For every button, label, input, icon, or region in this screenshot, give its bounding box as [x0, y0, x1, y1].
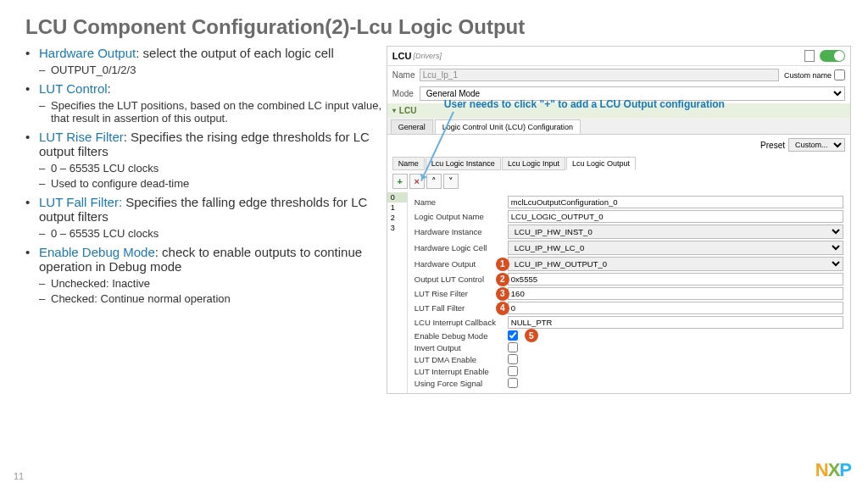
fld-invert-checkbox[interactable]	[508, 342, 518, 352]
fld-intcb-input[interactable]	[508, 316, 843, 329]
sub-bullet: Specifies the LUT positions, based on th…	[39, 99, 387, 125]
fld-logicout-label: Logic Output Name	[415, 212, 508, 221]
fld-lutctrl-label: Output LUT Control	[415, 274, 508, 284]
fld-inten-label: LUT Interrupt Enable	[415, 367, 508, 376]
panel-title: LCU	[392, 51, 412, 61]
fld-lutrise-label: LUT Rise Filter	[415, 289, 508, 298]
fld-lutfall-label: LUT Fall Filter	[415, 303, 508, 313]
badge-5: 5	[525, 329, 538, 342]
bullet-item: LUT Control:Specifies the LUT positions,…	[25, 81, 387, 125]
enable-toggle[interactable]	[820, 50, 845, 62]
bullet-item: LUT Rise Filter: Specifies the rising ed…	[25, 130, 387, 190]
name-label: Name	[392, 70, 420, 80]
move-up-button[interactable]: ˄	[426, 174, 442, 189]
preset-label: Preset	[760, 141, 785, 150]
fld-force-label: Using Force Signal	[415, 379, 508, 388]
panel-subtitle: [Drivers]	[413, 52, 442, 60]
fld-intcb-label: LCU Interrupt Callback	[415, 318, 508, 327]
sub-bullet: 0 – 65535 LCU clocks	[39, 227, 387, 240]
fld-hwout-select[interactable]: LCU_IP_HW_OUTPUT_0	[508, 257, 843, 271]
tab-lcu-config[interactable]: Logic Control Unit (LCU) Configuration	[435, 119, 581, 134]
fld-hwout-label: Hardware Output	[415, 259, 508, 269]
index-0[interactable]: 0	[387, 192, 407, 202]
fld-logicout-input[interactable]	[508, 210, 843, 223]
inner-tab-output[interactable]: Lcu Logic Output	[566, 157, 636, 170]
fld-dma-checkbox[interactable]	[508, 354, 518, 364]
fld-lutfall-input[interactable]	[508, 302, 843, 314]
fld-hwinst-label: Hardware Instance	[415, 227, 508, 236]
add-button[interactable]: +	[392, 174, 408, 189]
index-1[interactable]: 1	[387, 202, 407, 213]
bullet-item: Enable Debug Mode: check to enable outpu…	[25, 245, 387, 305]
index-list: 0 1 2 3	[387, 192, 408, 393]
index-2[interactable]: 2	[387, 213, 407, 223]
custom-name-checkbox[interactable]	[834, 69, 845, 80]
sub-bullet: Unchecked: Inactive	[39, 277, 387, 290]
fld-name-input[interactable]	[508, 196, 843, 208]
sub-bullet: 0 – 65535 LCU clocks	[39, 162, 387, 175]
fld-inten-checkbox[interactable]	[508, 366, 518, 376]
sub-bullet: Used to configure dead-time	[39, 177, 387, 190]
fld-hwinst-select[interactable]: LCU_IP_HW_INST_0	[508, 225, 843, 239]
bullet-item: Hardware Output: select the output of ea…	[25, 46, 387, 76]
custom-name-label: Custom name	[784, 71, 832, 80]
document-icon[interactable]	[804, 50, 815, 62]
badge-1: 1	[496, 258, 509, 271]
nxp-logo: NXP	[815, 459, 851, 481]
fld-hwcell-label: Hardware Logic Cell	[415, 243, 508, 252]
inner-tab-instance[interactable]: Lcu Logic Instance	[426, 157, 501, 170]
fld-debug-checkbox[interactable]	[508, 330, 518, 341]
fld-dma-label: LUT DMA Enable	[415, 355, 508, 364]
mode-label: Mode	[392, 89, 420, 98]
badge-3: 3	[496, 287, 509, 301]
fld-lutctrl-input[interactable]	[508, 273, 843, 286]
name-input[interactable]	[420, 69, 779, 81]
preset-select[interactable]: Custom...	[788, 138, 845, 152]
callout-hint: User needs to click "+" to add a LCU Out…	[444, 98, 725, 110]
fld-debug-label: Enable Debug Mode	[415, 331, 508, 341]
fld-lutrise-input[interactable]	[508, 287, 843, 300]
sub-bullet: OUTPUT_0/1/2/3	[39, 64, 387, 76]
badge-4: 4	[496, 302, 509, 315]
inner-tab-name[interactable]: Name	[392, 157, 425, 170]
index-3[interactable]: 3	[387, 223, 407, 233]
sub-bullet: Checked: Continue normal operation	[39, 292, 387, 305]
move-down-button[interactable]: ˅	[443, 174, 459, 189]
slide-title: LCU Component Configuration(2)-Lcu Logic…	[0, 0, 868, 46]
bullet-item: LUT Fall Filter: Specifies the falling e…	[25, 195, 387, 240]
page-number: 11	[14, 471, 24, 481]
fld-invert-label: Invert Output	[415, 343, 508, 352]
badge-2: 2	[496, 273, 509, 286]
tab-general[interactable]: General	[391, 119, 433, 134]
fld-hwcell-select[interactable]: LCU_IP_HW_LC_0	[508, 241, 843, 255]
bullet-list: Hardware Output: select the output of ea…	[17, 46, 387, 394]
fld-name-label: Name	[415, 197, 508, 207]
fld-force-checkbox[interactable]	[508, 378, 518, 388]
inner-tab-input[interactable]: Lcu Logic Input	[502, 157, 565, 170]
